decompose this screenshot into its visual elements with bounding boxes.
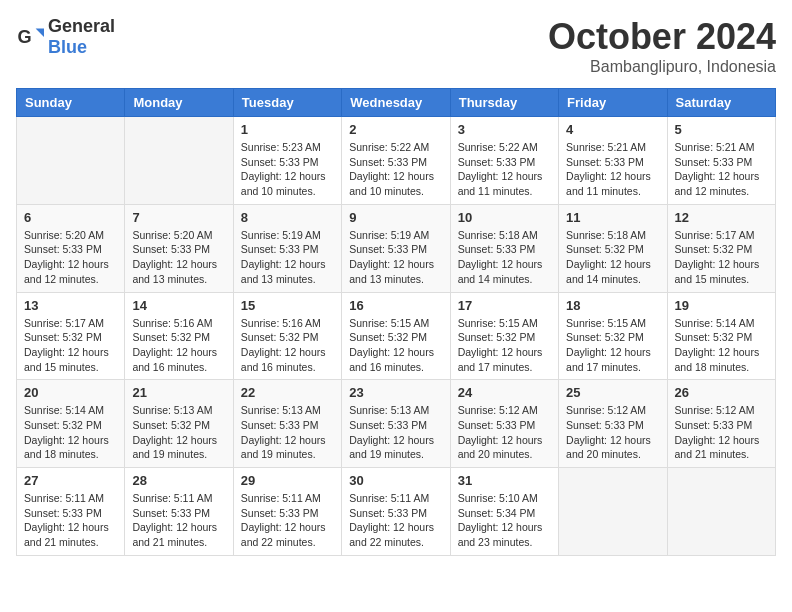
calendar-cell: 15Sunrise: 5:16 AMSunset: 5:32 PMDayligh… [233,292,341,380]
day-info: Sunrise: 5:17 AMSunset: 5:32 PMDaylight:… [675,228,768,287]
day-info: Sunrise: 5:13 AMSunset: 5:33 PMDaylight:… [349,403,442,462]
day-number: 20 [24,385,117,400]
calendar-week-row: 20Sunrise: 5:14 AMSunset: 5:32 PMDayligh… [17,380,776,468]
calendar-cell: 16Sunrise: 5:15 AMSunset: 5:32 PMDayligh… [342,292,450,380]
day-number: 13 [24,298,117,313]
calendar-cell: 24Sunrise: 5:12 AMSunset: 5:33 PMDayligh… [450,380,558,468]
day-info: Sunrise: 5:21 AMSunset: 5:33 PMDaylight:… [675,140,768,199]
day-number: 23 [349,385,442,400]
col-thursday: Thursday [450,89,558,117]
day-info: Sunrise: 5:19 AMSunset: 5:33 PMDaylight:… [349,228,442,287]
calendar-cell: 3Sunrise: 5:22 AMSunset: 5:33 PMDaylight… [450,117,558,205]
calendar-cell [17,117,125,205]
calendar-cell: 22Sunrise: 5:13 AMSunset: 5:33 PMDayligh… [233,380,341,468]
day-number: 28 [132,473,225,488]
day-info: Sunrise: 5:18 AMSunset: 5:32 PMDaylight:… [566,228,659,287]
day-info: Sunrise: 5:11 AMSunset: 5:33 PMDaylight:… [24,491,117,550]
calendar-cell: 19Sunrise: 5:14 AMSunset: 5:32 PMDayligh… [667,292,775,380]
day-number: 30 [349,473,442,488]
calendar-cell: 10Sunrise: 5:18 AMSunset: 5:33 PMDayligh… [450,204,558,292]
month-title: October 2024 [548,16,776,58]
day-info: Sunrise: 5:21 AMSunset: 5:33 PMDaylight:… [566,140,659,199]
logo-general: General [48,16,115,36]
calendar-cell [559,468,667,556]
day-info: Sunrise: 5:16 AMSunset: 5:32 PMDaylight:… [241,316,334,375]
day-number: 29 [241,473,334,488]
day-number: 18 [566,298,659,313]
calendar-cell: 12Sunrise: 5:17 AMSunset: 5:32 PMDayligh… [667,204,775,292]
col-saturday: Saturday [667,89,775,117]
day-number: 1 [241,122,334,137]
col-sunday: Sunday [17,89,125,117]
col-friday: Friday [559,89,667,117]
calendar-cell [125,117,233,205]
calendar-week-row: 1Sunrise: 5:23 AMSunset: 5:33 PMDaylight… [17,117,776,205]
day-info: Sunrise: 5:22 AMSunset: 5:33 PMDaylight:… [349,140,442,199]
day-number: 12 [675,210,768,225]
day-number: 16 [349,298,442,313]
calendar-cell: 18Sunrise: 5:15 AMSunset: 5:32 PMDayligh… [559,292,667,380]
day-number: 4 [566,122,659,137]
day-info: Sunrise: 5:20 AMSunset: 5:33 PMDaylight:… [132,228,225,287]
calendar-cell: 21Sunrise: 5:13 AMSunset: 5:32 PMDayligh… [125,380,233,468]
day-info: Sunrise: 5:22 AMSunset: 5:33 PMDaylight:… [458,140,551,199]
day-info: Sunrise: 5:19 AMSunset: 5:33 PMDaylight:… [241,228,334,287]
day-info: Sunrise: 5:15 AMSunset: 5:32 PMDaylight:… [349,316,442,375]
calendar-table: Sunday Monday Tuesday Wednesday Thursday… [16,88,776,556]
calendar-cell: 5Sunrise: 5:21 AMSunset: 5:33 PMDaylight… [667,117,775,205]
day-number: 5 [675,122,768,137]
title-area: October 2024 Bambanglipuro, Indonesia [548,16,776,76]
day-number: 10 [458,210,551,225]
day-number: 7 [132,210,225,225]
day-info: Sunrise: 5:11 AMSunset: 5:33 PMDaylight:… [241,491,334,550]
calendar-cell: 9Sunrise: 5:19 AMSunset: 5:33 PMDaylight… [342,204,450,292]
day-info: Sunrise: 5:15 AMSunset: 5:32 PMDaylight:… [566,316,659,375]
calendar-cell: 23Sunrise: 5:13 AMSunset: 5:33 PMDayligh… [342,380,450,468]
calendar-cell: 7Sunrise: 5:20 AMSunset: 5:33 PMDaylight… [125,204,233,292]
calendar-week-row: 13Sunrise: 5:17 AMSunset: 5:32 PMDayligh… [17,292,776,380]
day-number: 15 [241,298,334,313]
day-number: 24 [458,385,551,400]
logo-blue: Blue [48,37,87,57]
location-title: Bambanglipuro, Indonesia [548,58,776,76]
day-info: Sunrise: 5:12 AMSunset: 5:33 PMDaylight:… [675,403,768,462]
day-number: 9 [349,210,442,225]
day-info: Sunrise: 5:15 AMSunset: 5:32 PMDaylight:… [458,316,551,375]
calendar-cell: 8Sunrise: 5:19 AMSunset: 5:33 PMDaylight… [233,204,341,292]
calendar-cell: 6Sunrise: 5:20 AMSunset: 5:33 PMDaylight… [17,204,125,292]
calendar-cell: 2Sunrise: 5:22 AMSunset: 5:33 PMDaylight… [342,117,450,205]
day-info: Sunrise: 5:20 AMSunset: 5:33 PMDaylight:… [24,228,117,287]
svg-text:G: G [17,27,31,47]
day-number: 2 [349,122,442,137]
day-info: Sunrise: 5:18 AMSunset: 5:33 PMDaylight:… [458,228,551,287]
day-info: Sunrise: 5:10 AMSunset: 5:34 PMDaylight:… [458,491,551,550]
calendar-week-row: 6Sunrise: 5:20 AMSunset: 5:33 PMDaylight… [17,204,776,292]
calendar-cell: 17Sunrise: 5:15 AMSunset: 5:32 PMDayligh… [450,292,558,380]
logo-text: General Blue [48,16,115,58]
calendar-cell: 13Sunrise: 5:17 AMSunset: 5:32 PMDayligh… [17,292,125,380]
day-info: Sunrise: 5:13 AMSunset: 5:32 PMDaylight:… [132,403,225,462]
day-info: Sunrise: 5:14 AMSunset: 5:32 PMDaylight:… [675,316,768,375]
calendar-cell: 29Sunrise: 5:11 AMSunset: 5:33 PMDayligh… [233,468,341,556]
calendar-cell: 14Sunrise: 5:16 AMSunset: 5:32 PMDayligh… [125,292,233,380]
day-number: 11 [566,210,659,225]
day-number: 6 [24,210,117,225]
calendar-cell: 27Sunrise: 5:11 AMSunset: 5:33 PMDayligh… [17,468,125,556]
calendar-cell: 28Sunrise: 5:11 AMSunset: 5:33 PMDayligh… [125,468,233,556]
calendar-cell: 30Sunrise: 5:11 AMSunset: 5:33 PMDayligh… [342,468,450,556]
header: G General Blue October 2024 Bambanglipur… [16,16,776,76]
day-number: 26 [675,385,768,400]
calendar-cell: 26Sunrise: 5:12 AMSunset: 5:33 PMDayligh… [667,380,775,468]
calendar-cell: 11Sunrise: 5:18 AMSunset: 5:32 PMDayligh… [559,204,667,292]
calendar-header-row: Sunday Monday Tuesday Wednesday Thursday… [17,89,776,117]
calendar-cell: 31Sunrise: 5:10 AMSunset: 5:34 PMDayligh… [450,468,558,556]
calendar-cell [667,468,775,556]
day-info: Sunrise: 5:23 AMSunset: 5:33 PMDaylight:… [241,140,334,199]
day-number: 17 [458,298,551,313]
day-info: Sunrise: 5:17 AMSunset: 5:32 PMDaylight:… [24,316,117,375]
col-tuesday: Tuesday [233,89,341,117]
day-number: 21 [132,385,225,400]
day-number: 3 [458,122,551,137]
logo: G General Blue [16,16,115,58]
calendar-cell: 4Sunrise: 5:21 AMSunset: 5:33 PMDaylight… [559,117,667,205]
